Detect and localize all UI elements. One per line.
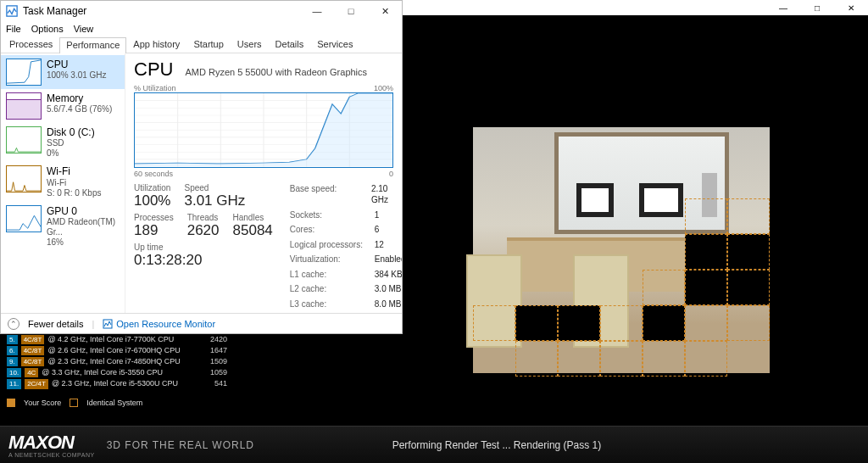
sidebar: CPU100% 3.01 GHz Memory5.6/7.4 GB (76%) … xyxy=(1,53,125,313)
cpu-thumb-graph xyxy=(6,59,42,86)
sidebar-item-label: Memory xyxy=(47,92,112,104)
outer-maximize-button[interactable]: □ xyxy=(800,0,834,15)
minimize-button[interactable]: — xyxy=(300,1,334,21)
maximize-button[interactable]: □ xyxy=(334,1,368,21)
render-bucket xyxy=(600,341,643,377)
outer-close-button[interactable]: ✕ xyxy=(834,0,868,15)
legend-swatch-your xyxy=(7,399,15,407)
task-manager-window: Task Manager — □ ✕ File Options View Pro… xyxy=(0,0,403,334)
maxon-subtitle: A NEMETSCHEK COMPANY xyxy=(8,452,95,458)
tab-bar: Processes Performance App history Startu… xyxy=(1,36,402,53)
legend-swatch-identical xyxy=(70,399,78,407)
render-bucket xyxy=(558,305,600,341)
cpu-details: Base speed:2.10 GHzSockets:1Cores:6Logic… xyxy=(290,183,402,310)
menu-bar: File Options View xyxy=(1,21,402,36)
resource-monitor-icon xyxy=(103,319,113,329)
open-resource-monitor-link[interactable]: Open Resource Monitor xyxy=(103,319,215,329)
outer-minimize-button[interactable]: — xyxy=(766,0,800,15)
tab-services[interactable]: Services xyxy=(310,36,359,53)
detail-row: L1 cache:384 KB xyxy=(290,269,402,281)
stat-speed: 3.01 GHz xyxy=(184,192,245,209)
ranking-row[interactable]: 5.4C/8T@ 4.2 GHz, Intel Core i7-7700K CP… xyxy=(7,334,227,345)
detail-row: Cores:6 xyxy=(290,224,402,236)
sidebar-item-gpu[interactable]: GPU 0AMD Radeon(TM) Gr...16% xyxy=(1,202,125,251)
detail-row: Base speed:2.10 GHz xyxy=(290,183,402,206)
render-bucket xyxy=(727,198,770,234)
stat-processes: 189 xyxy=(134,222,174,239)
sidebar-item-disk[interactable]: Disk 0 (C:)SSD0% xyxy=(1,123,125,162)
titlebar[interactable]: Task Manager — □ ✕ xyxy=(1,1,402,21)
tab-performance[interactable]: Performance xyxy=(59,37,126,53)
render-bucket xyxy=(558,341,600,377)
maxon-tagline: 3D FOR THE REAL WORLD xyxy=(107,439,254,451)
cinebench-render-viewport xyxy=(473,127,770,373)
stat-uptime: 0:13:28:20 xyxy=(134,252,273,269)
cinebench-ranking-list: 5.4C/8T@ 4.2 GHz, Intel Core i7-7700K CP… xyxy=(7,334,227,389)
x-axis-right: 0 xyxy=(389,170,393,178)
main-panel: CPU AMD Ryzen 5 5500U with Radeon Graphi… xyxy=(125,53,402,313)
ranking-row[interactable]: 10.4C@ 3.3 GHz, Intel Core i5-3550 CPU10… xyxy=(7,367,227,378)
render-bucket xyxy=(600,305,643,341)
render-bucket xyxy=(473,305,515,341)
stat-handles: 85084 xyxy=(233,222,273,239)
render-bucket xyxy=(685,270,727,305)
render-bucket xyxy=(643,341,685,377)
y-axis-max: 100% xyxy=(374,84,393,92)
tab-startup[interactable]: Startup xyxy=(186,36,230,53)
close-button[interactable]: ✕ xyxy=(368,1,402,21)
memory-thumb-graph xyxy=(6,92,42,120)
x-axis-left: 60 seconds xyxy=(134,170,173,178)
render-bucket xyxy=(685,234,727,270)
render-bucket xyxy=(685,198,727,234)
menu-file[interactable]: File xyxy=(6,24,21,34)
tab-details[interactable]: Details xyxy=(269,36,311,53)
cinebench-legend: Your Score Identical System xyxy=(7,399,142,407)
stat-utilization: 100% xyxy=(134,192,170,209)
disk-thumb-graph xyxy=(6,126,42,153)
footer: ⌃ Fewer details | Open Resource Monitor xyxy=(1,313,402,333)
sidebar-item-memory[interactable]: Memory5.6/7.4 GB (76%) xyxy=(1,89,125,123)
render-bucket xyxy=(727,270,770,305)
detail-row: Virtualization:Enabled xyxy=(290,254,402,265)
render-bucket xyxy=(727,234,770,270)
sidebar-item-label: Disk 0 (C:) xyxy=(47,126,95,138)
render-bucket xyxy=(727,305,770,341)
menu-view[interactable]: View xyxy=(74,24,94,34)
wifi-thumb-graph xyxy=(6,165,42,192)
detail-row: L3 cache:8.0 MB xyxy=(290,298,402,310)
sidebar-item-label: GPU 0 xyxy=(47,205,120,217)
gpu-thumb-graph xyxy=(6,205,42,232)
cpu-model: AMD Ryzen 5 5500U with Radeon Graphics xyxy=(185,67,367,77)
sidebar-item-label: Wi-Fi xyxy=(47,165,101,177)
render-bucket xyxy=(515,305,558,341)
sidebar-item-wifi[interactable]: Wi-FiWi-FiS: 0 R: 0 Kbps xyxy=(1,162,125,201)
render-bucket xyxy=(515,341,558,377)
tab-processes[interactable]: Processes xyxy=(3,36,59,53)
ranking-row[interactable]: 9.4C/8T@ 2.3 GHz, Intel Core i7-4850HQ C… xyxy=(7,356,227,367)
detail-row: L2 cache:3.0 MB xyxy=(290,283,402,295)
tab-users[interactable]: Users xyxy=(231,36,269,53)
outer-window-titlebar: — □ ✕ xyxy=(403,0,868,15)
scene-picture-frame xyxy=(639,183,683,217)
render-bucket xyxy=(685,341,727,377)
chevron-up-icon[interactable]: ⌃ xyxy=(8,318,19,330)
y-axis-label: % Utilization xyxy=(134,84,176,92)
cpu-utilization-chart[interactable] xyxy=(134,92,393,168)
sidebar-item-cpu[interactable]: CPU100% 3.01 GHz xyxy=(1,55,125,89)
render-bucket xyxy=(643,270,685,305)
fewer-details-link[interactable]: Fewer details xyxy=(28,319,83,329)
scene-picture-frame xyxy=(576,183,614,217)
stat-threads: 2620 xyxy=(187,222,220,239)
tab-app-history[interactable]: App history xyxy=(126,36,186,53)
detail-row: Logical processors:12 xyxy=(290,239,402,251)
ranking-row[interactable]: 6.4C/8T@ 2.6 GHz, Intel Core i7-6700HQ C… xyxy=(7,345,227,356)
window-title: Task Manager xyxy=(23,5,86,17)
svg-rect-1 xyxy=(7,100,41,120)
maxon-logo: MAXON xyxy=(8,432,95,454)
detail-row: Sockets:1 xyxy=(290,209,402,221)
render-bucket xyxy=(643,305,685,341)
menu-options[interactable]: Options xyxy=(31,24,64,34)
maxon-footer: MAXON A NEMETSCHEK COMPANY 3D FOR THE RE… xyxy=(0,426,868,463)
render-bucket xyxy=(685,305,727,341)
ranking-row[interactable]: 11.2C/4T@ 2.3 GHz, Intel Core i5-5300U C… xyxy=(7,378,227,389)
